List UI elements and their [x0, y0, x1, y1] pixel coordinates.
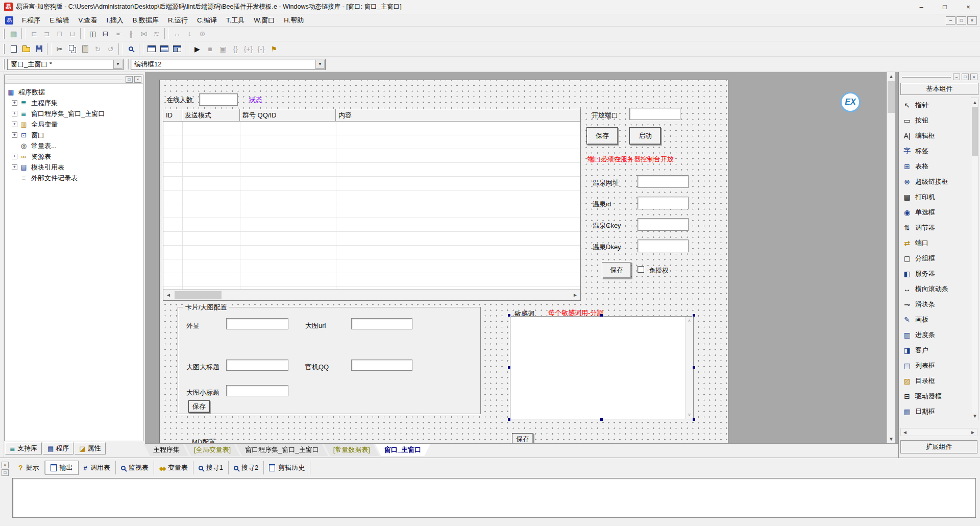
tab-search1[interactable]: 搜寻1	[193, 461, 229, 474]
size-width-button[interactable]: ↔	[170, 28, 183, 40]
debug-window-button[interactable]: ▣	[216, 43, 229, 55]
form-designer-canvas[interactable]: 在线人数 状态 ID发送模式群号 QQ/ID内容 ◄ ► 开放端口 保存 启动 …	[159, 80, 728, 443]
open-button[interactable]	[20, 43, 33, 55]
component-slider[interactable]: ⊸ 滑块条	[900, 297, 970, 312]
layout-both-panels-button[interactable]	[170, 43, 183, 55]
center-vertical-button[interactable]: ⊟	[99, 28, 112, 40]
extended-components-button[interactable]: 扩展组件	[900, 440, 977, 453]
basic-components-header[interactable]: 基本组件	[900, 83, 978, 95]
selection-handle[interactable]	[507, 314, 511, 317]
toolbar-grip[interactable]	[3, 44, 5, 54]
panel-grip[interactable]	[8, 79, 122, 80]
menu-run[interactable]: R.运行	[163, 15, 192, 26]
component-progress-bar[interactable]: ▥ 进度条	[900, 327, 970, 343]
center-horizontal-button[interactable]: ◫	[86, 28, 99, 40]
align-top-button[interactable]: ⊓	[53, 28, 66, 40]
same-width-button[interactable]: ≍	[112, 28, 125, 40]
tab-global-variable-table[interactable]: [全局变量表]	[185, 444, 240, 456]
expand-icon[interactable]: +	[12, 111, 17, 116]
expand-icon[interactable]: +	[12, 154, 17, 159]
panel-minimize-button[interactable]: –	[953, 74, 960, 80]
scroll-down-icon[interactable]: ∨	[688, 412, 691, 417]
component-printer[interactable]: ▤ 打印机	[900, 189, 970, 205]
size-height-button[interactable]: ↕	[183, 28, 196, 40]
menu-help[interactable]: H.帮助	[279, 15, 308, 26]
expand-icon[interactable]: +	[12, 132, 17, 138]
chevron-down-icon[interactable]: ▼	[315, 60, 325, 69]
tab-search2[interactable]: 搜寻2	[229, 461, 264, 474]
big-title-input[interactable]	[226, 360, 288, 371]
big-image-url-input[interactable]	[351, 318, 412, 329]
step-into-button[interactable]: {}	[229, 43, 242, 55]
component-client[interactable]: ◨ 客户	[900, 343, 970, 358]
undo-button[interactable]: ↺	[104, 43, 117, 55]
component-label[interactable]: 字 标签	[900, 144, 970, 159]
scroll-right-icon[interactable]: ►	[969, 428, 977, 436]
panel-close-button[interactable]: ×	[970, 74, 977, 80]
save-button[interactable]	[33, 43, 45, 55]
component-pointer[interactable]: ↖ 指针	[900, 98, 970, 113]
table-column-header[interactable]: 发送模式	[182, 109, 240, 121]
menu-window[interactable]: W.窗口	[249, 15, 279, 26]
component-directory-box[interactable]: ▨ 目录框	[900, 373, 970, 389]
scroll-up-icon[interactable]: ∧	[688, 318, 691, 323]
maximize-button[interactable]: □	[933, 0, 957, 14]
component-horizontal-scrollbar[interactable]: ↔ 横向滚动条	[900, 281, 970, 297]
window-selector-combo[interactable]: 窗口_主窗口 * ▼	[7, 59, 124, 70]
close-button[interactable]: ×	[957, 0, 980, 14]
selection-handle[interactable]	[692, 314, 696, 317]
tab-call-table[interactable]: # 调用表	[79, 461, 116, 474]
component-drive-box[interactable]: ⊟ 驱动器框	[900, 389, 970, 404]
scrollbar-thumb[interactable]	[972, 107, 978, 156]
selection-handle[interactable]	[600, 418, 603, 421]
step-out-button[interactable]: {-}	[255, 43, 267, 55]
menu-database[interactable]: B.数据库	[128, 15, 163, 26]
panel-close-button[interactable]: ×	[134, 76, 141, 83]
separator[interactable]	[139, 43, 143, 55]
scroll-up-icon[interactable]: ▲	[971, 98, 978, 106]
copy-button[interactable]	[66, 43, 79, 55]
layout-bottom-panel-button[interactable]	[158, 43, 170, 55]
small-title-input[interactable]	[226, 385, 288, 396]
same-height-button[interactable]: ∦	[125, 28, 137, 40]
layout-left-panel-button[interactable]	[145, 43, 158, 55]
tree-item-global-variables[interactable]: + ▥ 全局变量	[7, 119, 141, 130]
component-server[interactable]: ◧ 服务器	[900, 266, 970, 281]
host-qq-input[interactable]	[351, 360, 412, 371]
paste-button[interactable]	[79, 43, 91, 55]
tab-properties[interactable]: ◪ 属性	[75, 442, 105, 455]
tab-hint[interactable]: ? 提示	[13, 461, 45, 474]
table-horizontal-scrollbar[interactable]: ◄ ►	[163, 289, 580, 300]
menu-tools[interactable]: T.工具	[222, 15, 249, 26]
component-spinner[interactable]: ⇅ 调节器	[900, 220, 970, 235]
mdi-restore-button[interactable]: □	[957, 16, 966, 25]
separator[interactable]	[47, 43, 52, 55]
align-bottom-button[interactable]: ⊔	[66, 28, 79, 40]
separator[interactable]	[118, 43, 123, 55]
save-card-button[interactable]: 保存	[188, 400, 210, 413]
selection-handle[interactable]	[692, 418, 696, 421]
space-down-button[interactable]: ≋	[150, 28, 163, 40]
tab-main-window[interactable]: 窗口_主窗口	[375, 444, 430, 456]
tree-root-program-data[interactable]: ▦ 程序数据	[7, 87, 141, 98]
menu-view[interactable]: V.查看	[74, 15, 102, 26]
separator[interactable]	[21, 28, 26, 39]
component-hyperlink-box[interactable]: ⊛ 超级链接框	[900, 174, 970, 189]
component-table[interactable]: ⊞ 表格	[900, 159, 970, 174]
tree-item-module-reference-table[interactable]: + ▤ 模块引用表	[7, 162, 141, 173]
redo-button[interactable]: ↻	[91, 43, 104, 55]
selection-handle[interactable]	[692, 366, 696, 369]
cut-button[interactable]: ✂	[53, 43, 66, 55]
scroll-down-icon[interactable]: ▼	[971, 412, 978, 420]
component-date-box[interactable]: ▦ 日期框	[900, 404, 970, 419]
save-sensitive-button[interactable]: 保存	[512, 433, 533, 443]
start-button[interactable]: 启动	[629, 127, 661, 145]
wenquan-field-input[interactable]	[638, 197, 689, 209]
table-column-header[interactable]: 内容	[336, 109, 580, 121]
output-close-button[interactable]: ×	[2, 462, 9, 468]
save-port-button[interactable]: 保存	[586, 127, 618, 145]
separator[interactable]	[185, 43, 189, 55]
tree-item-resource-table[interactable]: + ∞ 资源表	[7, 151, 141, 162]
menu-edit[interactable]: E.编辑	[45, 15, 74, 26]
run-button[interactable]: ▶	[191, 43, 204, 55]
